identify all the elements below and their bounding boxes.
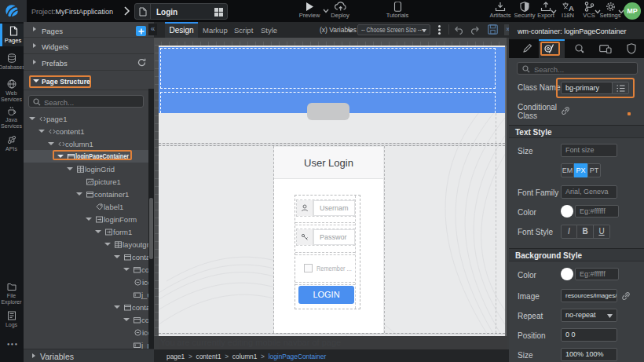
svg-text:A: A	[569, 4, 574, 12]
